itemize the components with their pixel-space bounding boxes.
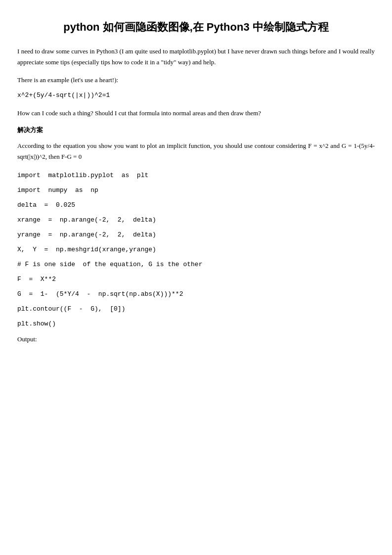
code-line: plt.show() bbox=[17, 318, 375, 330]
intro-paragraph: I need to draw some curves in Python3 (I… bbox=[17, 46, 375, 68]
code-block-container: import matplotlib.pyplot as pltimport nu… bbox=[17, 169, 375, 330]
output-label: Output: bbox=[17, 335, 375, 343]
example-label: There is an example (let's use a heart!)… bbox=[17, 75, 375, 86]
code-line: F = X**2 bbox=[17, 273, 375, 286]
solution-text: According to the equation you show you w… bbox=[17, 140, 375, 162]
code-line: X, Y = np.meshgrid(xrange,yrange) bbox=[17, 243, 375, 256]
code-line: plt.contour((F - G), [0]) bbox=[17, 303, 375, 316]
code-line: xrange = np.arange(-2, 2, delta) bbox=[17, 214, 375, 227]
section-title: 解决方案 bbox=[17, 126, 375, 135]
code-line: import numpy as np bbox=[17, 184, 375, 197]
formula-text: x^2+(5y/4-sqrt(|x|))^2=1 bbox=[17, 91, 375, 101]
page-title: python 如何画隐函数图像,在 Python3 中绘制隐式方程 bbox=[17, 20, 375, 35]
code-line: # F is one side of the equation, G is th… bbox=[17, 258, 375, 271]
code-line: import matplotlib.pyplot as plt bbox=[17, 169, 375, 182]
code-line: G = 1- (5*Y/4 - np.sqrt(np.abs(X)))**2 bbox=[17, 288, 375, 301]
question-text: How can I code such a thing? Should I cu… bbox=[17, 108, 375, 119]
code-line: yrange = np.arange(-2, 2, delta) bbox=[17, 229, 375, 241]
code-line: delta = 0.025 bbox=[17, 199, 375, 212]
